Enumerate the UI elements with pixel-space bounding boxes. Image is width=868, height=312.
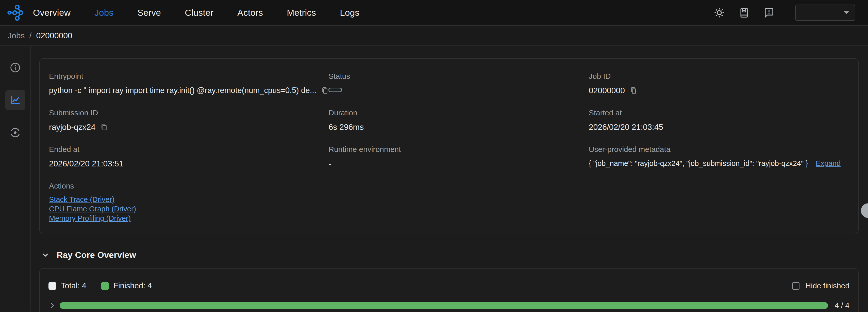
status-label: Status: [329, 72, 589, 81]
progress-count: 4 / 4: [835, 301, 849, 310]
ended-at-value: 2026/02/20 21:03:51: [49, 158, 329, 169]
breadcrumb-current: 02000000: [36, 31, 72, 40]
legend-item-finished: Finished: 4: [101, 281, 152, 290]
total-label: Total: 4: [61, 281, 86, 290]
field-actions: Actions Stack Trace (Driver) CPU Flame G…: [49, 181, 329, 223]
theme-toggle-icon: [714, 7, 725, 18]
job-info-card: Entrypoint python -c " import ray import…: [39, 58, 859, 234]
runtime-env-value: -: [329, 158, 589, 169]
field-entrypoint: Entrypoint python -c " import ray import…: [49, 72, 329, 96]
hide-finished-label: Hide finished: [806, 282, 849, 290]
job-id-label: Job ID: [589, 72, 849, 81]
sidebar-tab-charts[interactable]: [5, 90, 25, 110]
docs-button[interactable]: [738, 7, 750, 19]
progress-bar-fill: [60, 302, 828, 309]
field-duration: Duration 6s 296ms: [329, 108, 589, 132]
job-detail-content: Entrypoint python -c " import ray import…: [31, 46, 868, 311]
copy-icon: [629, 87, 637, 94]
hide-finished-toggle[interactable]: Hide finished: [792, 282, 849, 290]
circle-dot-icon: [10, 127, 21, 138]
field-job-id: Job ID 02000000: [589, 72, 849, 96]
stack-trace-link[interactable]: Stack Trace (Driver): [49, 195, 115, 204]
copy-job-id-button[interactable]: [629, 87, 637, 94]
runtime-env-label: Runtime environment: [329, 145, 589, 154]
ray-logo[interactable]: [5, 4, 25, 22]
expand-progress-button[interactable]: [49, 301, 57, 309]
breadcrumb-jobs-link[interactable]: Jobs: [8, 31, 25, 40]
copy-entrypoint-button[interactable]: [321, 87, 329, 94]
metadata-label: User-provided metadata: [589, 145, 849, 154]
ray-core-progress-card: Total: 4 Finished: 4 Hide finished: [39, 268, 859, 312]
main-nav: Overview Jobs Serve Cluster Actors Metri…: [33, 0, 360, 25]
line-chart-icon: [10, 94, 21, 106]
breadcrumb: Jobs / 02000000: [0, 26, 868, 46]
metadata-expand-link[interactable]: Expand: [816, 159, 841, 167]
chevron-down-icon: [41, 251, 50, 259]
field-submission-id: Submission ID rayjob-qzx24: [49, 108, 329, 132]
progress-row: 4 / 4: [49, 301, 849, 310]
theme-toggle-button[interactable]: [713, 7, 725, 19]
status-pill: [329, 88, 342, 92]
ended-at-label: Ended at: [49, 145, 329, 154]
progress-bar: [60, 302, 828, 309]
field-metadata: User-provided metadata { "job_name": "ra…: [589, 145, 849, 169]
started-at-label: Started at: [589, 108, 849, 118]
chevron-right-icon: [49, 301, 57, 309]
info-icon: [10, 62, 21, 73]
ray-dashboard-page: Overview Jobs Serve Cluster Actors Metri…: [0, 0, 868, 312]
field-status: Status: [329, 72, 589, 96]
submission-id-value: rayjob-qzx24: [49, 122, 95, 132]
chevron-down-icon: [844, 11, 849, 14]
legend-row: Total: 4 Finished: 4 Hide finished: [49, 281, 849, 290]
sidebar-tab-tasks[interactable]: [5, 123, 25, 143]
docs-icon: [739, 7, 750, 18]
total-swatch: [49, 282, 56, 290]
duration-value: 6s 296ms: [329, 122, 589, 132]
feedback-button[interactable]: [763, 7, 775, 19]
section-title: Ray Core Overview: [57, 250, 136, 260]
collapse-section-button[interactable]: [41, 251, 50, 259]
copy-icon: [100, 123, 107, 131]
memory-profiling-link[interactable]: Memory Profiling (Driver): [49, 214, 131, 223]
actions-label: Actions: [49, 181, 329, 191]
legend-item-total: Total: 4: [49, 281, 86, 290]
submission-id-label: Submission ID: [49, 108, 329, 118]
duration-label: Duration: [329, 108, 589, 118]
field-runtime-env: Runtime environment -: [329, 145, 589, 169]
nav-item-metrics[interactable]: Metrics: [287, 0, 316, 25]
hide-finished-checkbox[interactable]: [792, 282, 800, 290]
nav-item-overview[interactable]: Overview: [33, 0, 70, 25]
nav-item-actors[interactable]: Actors: [237, 0, 263, 25]
nav-item-logs[interactable]: Logs: [340, 0, 360, 25]
metadata-value: { "job_name": "rayjob-qzx24", "job_submi…: [589, 159, 808, 167]
started-at-value: 2026/02/20 21:03:45: [589, 122, 849, 132]
feedback-icon: [764, 7, 775, 18]
copy-icon: [321, 87, 329, 94]
nav-select-dropdown[interactable]: [795, 5, 855, 21]
breadcrumb-separator: /: [29, 31, 32, 40]
finished-label: Finished: 4: [114, 281, 152, 290]
cpu-flame-graph-link[interactable]: CPU Flame Graph (Driver): [49, 204, 136, 214]
nav-item-serve[interactable]: Serve: [137, 0, 161, 25]
top-nav: Overview Jobs Serve Cluster Actors Metri…: [0, 0, 868, 26]
field-ended-at: Ended at 2026/02/20 21:03:51: [49, 145, 329, 169]
entrypoint-value: python -c " import ray import time ray.i…: [49, 85, 316, 96]
topnav-toolbar: [713, 5, 855, 21]
ray-logo-icon: [7, 5, 23, 21]
field-started-at: Started at 2026/02/20 21:03:45: [589, 108, 849, 132]
copy-submission-id-button[interactable]: [100, 123, 107, 131]
finished-swatch: [101, 282, 109, 290]
nav-item-jobs[interactable]: Jobs: [94, 0, 114, 25]
nav-item-cluster[interactable]: Cluster: [185, 0, 213, 25]
sidebar: [0, 46, 31, 311]
job-id-value: 02000000: [589, 85, 625, 96]
entrypoint-label: Entrypoint: [49, 72, 329, 81]
ray-core-overview-header: Ray Core Overview: [39, 250, 859, 260]
sidebar-tab-info[interactable]: [5, 58, 25, 78]
